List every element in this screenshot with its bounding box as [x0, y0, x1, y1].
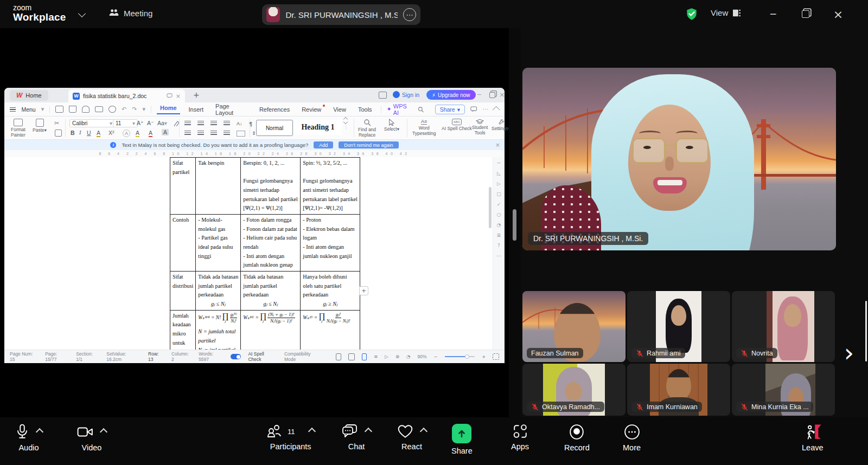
align-center-icon[interactable]	[197, 131, 204, 135]
highlight-color-button[interactable]: A	[136, 130, 139, 137]
notification-close-icon[interactable]: ×	[495, 141, 500, 148]
view-button[interactable]: View	[711, 8, 742, 17]
select-button[interactable]: Select▾	[384, 119, 399, 132]
number-list-icon[interactable]	[197, 121, 204, 126]
word-typesetting-button[interactable]: A≡ Word Typesetting	[412, 119, 436, 137]
doc-comment-icon[interactable]	[167, 93, 173, 99]
undo-icon[interactable]: ↶	[122, 106, 126, 113]
tab-meeting[interactable]: Meeting	[108, 8, 152, 18]
format-painter-button[interactable]: Format Painter	[11, 119, 25, 138]
panel-scrollbar-thumb[interactable]	[865, 301, 867, 361]
play-slideshow-icon[interactable]: ▷	[385, 354, 388, 359]
wps-minimize-button[interactable]: ─	[477, 91, 481, 98]
wps-share-button[interactable]: Share▾	[435, 105, 465, 114]
shrink-font-button[interactable]: A⁻	[147, 120, 154, 126]
collapse-pane-icon[interactable]: ─	[497, 160, 500, 166]
zoom-level-value[interactable]: 90%	[417, 354, 426, 359]
zoom-in-icon[interactable]: +	[482, 354, 486, 359]
zoom-slider[interactable]	[445, 356, 475, 358]
save-icon[interactable]	[69, 106, 76, 113]
sign-in-button[interactable]: Sign in	[393, 91, 419, 98]
ribbon-tab-review[interactable]: Review	[298, 106, 324, 113]
wps-restore-button[interactable]	[489, 92, 495, 98]
table-add-button[interactable]: +	[359, 286, 368, 295]
sidebar-more-icon[interactable]: ⋯	[496, 253, 501, 259]
view-mode-page-icon[interactable]	[336, 353, 341, 360]
text-color-button[interactable]: A	[149, 130, 152, 137]
fit-page-icon[interactable]: ⊕	[395, 354, 399, 359]
meeting-options-ellipsis-icon[interactable]: ⋯	[403, 8, 416, 21]
find-replace-button[interactable]: Find and Replace	[358, 119, 376, 138]
bold-button[interactable]: B	[71, 130, 75, 136]
redo-icon[interactable]: ↷	[132, 106, 137, 113]
new-tab-button[interactable]: +	[193, 91, 200, 99]
check-tool-icon[interactable]: ✓	[497, 202, 501, 207]
style-gallery-scroll[interactable]: ⋮	[344, 120, 348, 130]
wps-close-button[interactable]: ×	[499, 91, 505, 99]
participants-options-chevron[interactable]	[308, 428, 315, 435]
notification-dismiss-button[interactable]: Don't remind me again	[339, 141, 398, 148]
distribute-icon[interactable]	[237, 131, 245, 137]
chat-options-chevron[interactable]	[365, 428, 372, 435]
ai-spell-check-toggle[interactable]	[231, 354, 241, 359]
line-spacing-icon[interactable]: ⇕	[252, 131, 256, 137]
font-size-combo[interactable]: 11▾	[113, 119, 138, 127]
participant-tile[interactable]: Imam Kurniawan	[627, 364, 730, 416]
character-outline-button[interactable]: A	[123, 130, 130, 137]
view-mode-web-icon[interactable]	[348, 353, 355, 360]
more-tools-ellipsis-icon[interactable]: ⋯	[482, 106, 488, 113]
comments-icon[interactable]	[470, 106, 477, 112]
wps-document-tab[interactable]: W fisika statistik baru_2.doc ×	[68, 89, 185, 102]
more-control[interactable]: More	[623, 424, 641, 452]
pen-tool-icon[interactable]: ◺	[497, 171, 501, 176]
superscript-button[interactable]: X²	[108, 130, 114, 136]
style-normal[interactable]: Normal	[256, 120, 293, 136]
zoom-slider-thumb[interactable]	[465, 354, 469, 359]
video-control[interactable]: Video	[77, 424, 106, 452]
participant-tile[interactable]: Rahmii ami	[627, 291, 730, 362]
upgrade-now-button[interactable]: ⚡ Upgrade now	[426, 90, 476, 100]
window-mode-icon[interactable]	[379, 92, 387, 99]
ribbon-tab-insert[interactable]: Insert	[186, 106, 207, 113]
apps-control[interactable]: Apps	[511, 424, 529, 451]
copy-icon[interactable]	[55, 130, 62, 137]
search-icon[interactable]	[418, 106, 424, 113]
export-pdf-icon[interactable]	[82, 106, 90, 113]
change-case-button[interactable]: Aa▾	[157, 120, 167, 126]
history-dropdown-icon[interactable]: ▾	[142, 106, 145, 113]
wps-home-tab[interactable]: W Home	[10, 90, 48, 101]
font-color-a-button[interactable]: A	[97, 130, 100, 137]
cut-icon[interactable]: ✂	[54, 120, 59, 127]
ribbon-tab-tools[interactable]: Tools	[355, 106, 375, 113]
leave-control[interactable]: Leave	[802, 424, 824, 452]
help-icon[interactable]: ?	[497, 243, 500, 248]
lock-icon[interactable]: ○	[497, 212, 501, 217]
audio-control[interactable]: Audio	[15, 424, 42, 452]
pages-icon[interactable]: ▢	[496, 191, 501, 197]
menu-label[interactable]: Menu	[21, 106, 35, 113]
participant-tile[interactable]: Fauzan Sulman	[522, 291, 626, 362]
sort-icon[interactable]: A↓	[237, 121, 242, 127]
window-restore-button[interactable]	[796, 6, 815, 22]
view-mode-outline-icon[interactable]: ≡	[374, 354, 378, 359]
align-left-icon[interactable]	[184, 131, 191, 135]
align-right-icon[interactable]	[210, 131, 217, 135]
notification-add-button[interactable]: Add	[314, 141, 333, 148]
font-name-combo[interactable]: Calibri▾	[69, 119, 115, 127]
share-control[interactable]: Share	[451, 424, 473, 455]
horizontal-ruler[interactable]: 8 6 4 2 2 4 6 8 10 12 14 16 18 20 22 24 …	[4, 150, 505, 158]
audio-options-chevron[interactable]	[36, 428, 43, 436]
react-options-chevron[interactable]	[420, 428, 427, 435]
participants-control[interactable]: 11 Participants	[267, 424, 315, 451]
print-icon[interactable]	[95, 106, 103, 112]
video-options-chevron[interactable]	[100, 428, 107, 436]
workspace-chevron-down-icon[interactable]	[78, 10, 86, 17]
active-speaker-video[interactable]: Dr. SRI PURWANINGSIH , M.Si.	[522, 68, 836, 250]
align-justify-icon[interactable]	[224, 131, 230, 135]
increase-indent-icon[interactable]	[224, 121, 230, 126]
fit-width-icon[interactable]: ◔	[406, 354, 410, 359]
gallery-next-chevron[interactable]: ›	[836, 336, 862, 370]
hamburger-menu-icon[interactable]	[10, 107, 16, 112]
shading-button[interactable]: A	[162, 129, 169, 135]
grow-font-button[interactable]: A⁺	[137, 120, 144, 126]
